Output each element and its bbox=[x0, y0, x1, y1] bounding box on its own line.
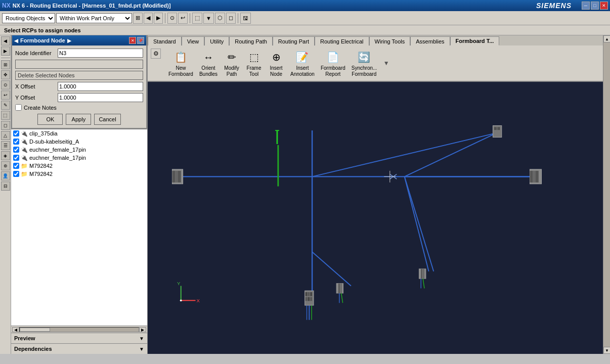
apply-button[interactable]: Apply bbox=[66, 114, 91, 125]
sidebar-icon-9[interactable]: ◻ bbox=[1, 121, 10, 130]
ribbon-tab-view[interactable]: View bbox=[182, 36, 205, 46]
ribbon-btn-modify[interactable]: ✏ModifyPath bbox=[221, 48, 242, 79]
scroll-right-btn[interactable]: ▶ bbox=[139, 327, 146, 332]
x-offset-input[interactable] bbox=[58, 82, 143, 91]
sidebar-icon-4[interactable]: ✥ bbox=[1, 70, 10, 79]
scrollbar-track[interactable] bbox=[19, 327, 139, 332]
ribbon-tab-standard[interactable]: Standard bbox=[148, 36, 182, 46]
delete-nodes-row: Delete Selected Nodes bbox=[15, 60, 143, 69]
tree-item-checkbox[interactable] bbox=[13, 171, 19, 177]
scroll-left-btn[interactable]: ◀ bbox=[12, 327, 19, 332]
tree-item[interactable]: 🔌euchner_female_17pin bbox=[11, 154, 147, 162]
tb-btn-3[interactable]: ▶ bbox=[154, 13, 163, 24]
svg-line-25 bbox=[341, 293, 343, 303]
svg-line-7 bbox=[405, 176, 429, 271]
ribbon-tab-routing-path[interactable]: Routing Path bbox=[229, 36, 273, 46]
preview-panel: Preview ▼ bbox=[11, 333, 147, 343]
tree-item-checkbox[interactable] bbox=[13, 155, 19, 161]
sidebar-icon-15[interactable]: ⊟ bbox=[1, 181, 10, 191]
dependencies-panel-header[interactable]: Dependencies ▼ bbox=[11, 344, 147, 354]
work-part-select[interactable]: Within Work Part Only bbox=[56, 13, 132, 23]
ribbon-btn-new[interactable]: 📋NewFormboard bbox=[166, 48, 196, 79]
dialog-nav-prev[interactable]: ◀ bbox=[14, 38, 18, 43]
tree-item[interactable]: 🔌D-sub-kabelseitig_A bbox=[11, 138, 147, 146]
sidebar-icon-3[interactable]: ⊞ bbox=[1, 60, 10, 69]
tree-item[interactable]: 📁M792842 bbox=[11, 170, 147, 178]
cancel-button[interactable]: Cancel bbox=[94, 114, 120, 125]
scroll-down-btn[interactable]: ▼ bbox=[603, 347, 610, 354]
scroll-up-btn[interactable]: ▲ bbox=[603, 35, 610, 42]
sidebar-icon-12[interactable]: ◈ bbox=[1, 151, 10, 160]
sidebar-icon-10[interactable]: △ bbox=[1, 131, 10, 140]
tree-item[interactable]: 🔌clip_375dia bbox=[11, 129, 147, 138]
tree-item-checkbox[interactable] bbox=[13, 163, 19, 169]
sidebar-icon-11[interactable]: ☰ bbox=[1, 141, 10, 150]
ribbon-btn-formboard[interactable]: 📄FormboardReport bbox=[318, 48, 348, 79]
horizontal-scrollbar[interactable]: ◀ ▶ bbox=[11, 326, 147, 333]
svg-rect-36 bbox=[308, 297, 310, 301]
sidebar-icon-8[interactable]: ⬚ bbox=[1, 111, 10, 120]
right-scrollbar-area[interactable]: ▲ ▼ bbox=[603, 35, 610, 354]
ribbon-btn-icon: ⊕ bbox=[268, 49, 284, 65]
tb-btn-2[interactable]: ◀ bbox=[144, 13, 153, 24]
sidebar-icon-1[interactable]: ◀ bbox=[1, 36, 10, 46]
dialog-close-btn[interactable]: ✕ bbox=[129, 37, 136, 44]
tb-btn-10[interactable]: 🖫 bbox=[240, 13, 251, 24]
tb-btn-4[interactable]: ⊙ bbox=[167, 13, 177, 24]
tb-btn-8[interactable]: ⬡ bbox=[215, 13, 225, 24]
sidebar-icon-2[interactable]: ▶ bbox=[1, 47, 10, 56]
ribbon-tab-wiring-tools[interactable]: Wiring Tools bbox=[369, 36, 411, 46]
v-scrollbar-track[interactable] bbox=[603, 42, 610, 347]
tree-item[interactable]: 🔌euchner_female_17pin bbox=[11, 146, 147, 154]
dialog-pin-btn[interactable]: 📌 bbox=[137, 37, 144, 44]
dialog-controls[interactable]: ✕ 📌 bbox=[129, 37, 144, 44]
sidebar-icon-13[interactable]: ⊛ bbox=[1, 161, 10, 170]
scrollbar-thumb[interactable] bbox=[20, 328, 50, 332]
create-notes-checkbox[interactable] bbox=[15, 104, 22, 111]
tb-btn-5[interactable]: ↩ bbox=[178, 13, 188, 24]
delete-selected-nodes-input[interactable] bbox=[15, 60, 143, 69]
minimize-button[interactable]: ─ bbox=[582, 2, 590, 10]
sidebar-icon-6[interactable]: ↩ bbox=[1, 90, 10, 100]
ribbon-tab-assemblies[interactable]: Assemblies bbox=[410, 36, 450, 46]
ribbon-btn-orient[interactable]: ↔OrientBundles bbox=[197, 48, 220, 79]
sidebar-icon-7[interactable]: ✎ bbox=[1, 101, 10, 110]
dependencies-arrow[interactable]: ▼ bbox=[139, 346, 144, 352]
svg-rect-16 bbox=[536, 171, 539, 183]
tree-item[interactable]: 📁M792842 bbox=[11, 162, 147, 170]
toolbar-row-1: Routing Objects Within Work Part Only ⊞ … bbox=[0, 11, 610, 25]
ok-button[interactable]: OK bbox=[37, 114, 63, 125]
ribbon-btn-insert[interactable]: ⊕InsertNode bbox=[266, 48, 287, 79]
tb-btn-9[interactable]: ◻ bbox=[226, 13, 236, 24]
tree-item-checkbox[interactable] bbox=[13, 147, 19, 153]
routing-objects-select[interactable]: Routing Objects bbox=[2, 13, 55, 23]
window-controls[interactable]: ─ □ ✕ bbox=[582, 2, 608, 10]
ribbon-btn-synchron...[interactable]: 🔄Synchron...Formboard bbox=[349, 48, 379, 79]
tree-item-checkbox[interactable] bbox=[13, 139, 19, 145]
sidebar-icon-5[interactable]: ⊙ bbox=[1, 80, 10, 89]
ribbon-tab-utility[interactable]: Utility bbox=[204, 36, 229, 46]
ribbon-btn-frame[interactable]: ⬚FrameTool bbox=[243, 48, 265, 79]
viewport[interactable]: X Y bbox=[148, 82, 603, 354]
ribbon-btn-insert[interactable]: 📝InsertAnnotation bbox=[288, 48, 317, 79]
preview-arrow[interactable]: ▼ bbox=[139, 336, 144, 341]
y-offset-input[interactable] bbox=[58, 93, 143, 102]
tb-btn-6[interactable]: ⬚ bbox=[192, 13, 202, 24]
close-button[interactable]: ✕ bbox=[600, 2, 608, 10]
tb-btn-1[interactable]: ⊞ bbox=[133, 13, 143, 24]
dialog-nav-next[interactable]: ▶ bbox=[67, 38, 71, 43]
maximize-button[interactable]: □ bbox=[591, 2, 599, 10]
preview-panel-header[interactable]: Preview ▼ bbox=[11, 333, 147, 343]
svg-rect-33 bbox=[308, 292, 310, 296]
node-identifier-input[interactable] bbox=[58, 49, 143, 58]
ribbon-tab-routing-part[interactable]: Routing Part bbox=[273, 36, 315, 46]
tree-item-checkbox[interactable] bbox=[13, 130, 19, 136]
ribbon-settings-icon[interactable]: ⚙ bbox=[151, 49, 161, 59]
tb-btn-7[interactable]: ▼ bbox=[203, 13, 214, 24]
delete-selected-nodes-btn[interactable] bbox=[15, 71, 143, 80]
dependencies-panel: Dependencies ▼ bbox=[11, 343, 147, 354]
sidebar-icon-14[interactable]: 👤 bbox=[1, 171, 10, 180]
ribbon-tab-formboard-t...[interactable]: Formboard T... bbox=[450, 36, 500, 46]
ribbon-expand-btn[interactable]: ▼ bbox=[383, 47, 389, 80]
ribbon-tab-routing-electrical[interactable]: Routing Electrical bbox=[315, 36, 369, 46]
